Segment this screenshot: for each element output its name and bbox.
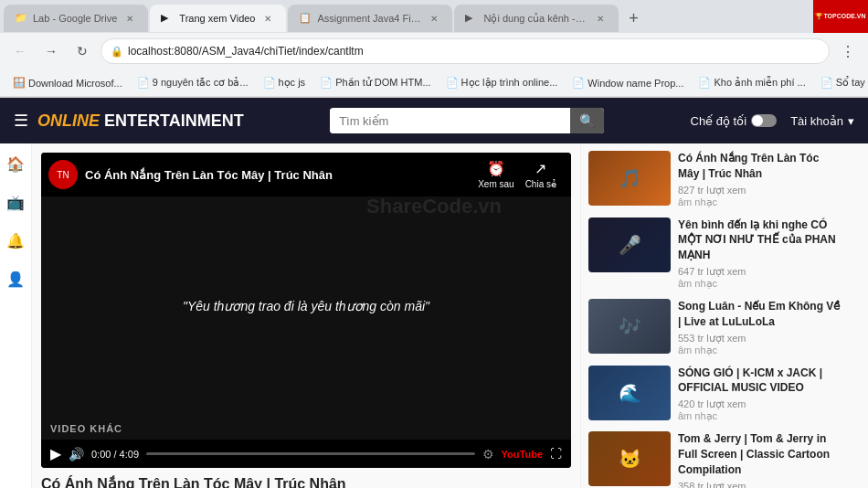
related-video-3[interactable]: 🌊 SÓNG GIÓ | K-ICM x JACK | OFFICIAL MUS…	[588, 366, 842, 423]
header-right: Chế độ tối Tài khoản ▾	[691, 114, 854, 128]
fullscreen-button[interactable]: ⛶	[550, 447, 562, 461]
related-meta-3: 420 tr lượt xem âm nhạc	[678, 398, 842, 422]
toggle-switch[interactable]	[751, 114, 777, 127]
video-controls: ▶ 🔊 0:00 / 4:09 ⚙ YouTube ⛶	[41, 440, 571, 468]
related-info-4: Tom & Jerry | Tom & Jerry in Full Screen…	[678, 431, 842, 488]
main-content: 🏠 📺 🔔 👤 TN Có Ánh Nắng Trên Làn Tóc Mây …	[0, 143, 868, 488]
browser-chrome: 📁 Lab - Google Drive ✕ ▶ Trang xem Video…	[0, 0, 868, 98]
bookmark-4-label: Học lập trình online...	[461, 77, 558, 89]
new-tab-button[interactable]: +	[620, 5, 646, 31]
bookmark-1-label: 9 nguyên tắc cơ bả...	[153, 77, 249, 89]
bookmark-3[interactable]: 📄 Phần tử DOM HTM...	[314, 75, 436, 90]
url-text: localhost:8080/ASM_Java4/chiTiet/index/c…	[128, 45, 820, 58]
related-info-2: Song Luân - Nếu Em Không Về | Live at Lu…	[678, 299, 842, 356]
tab-2[interactable]: 📋 Assignment Java4 Final FPOLY IT... ✕	[288, 5, 452, 32]
related-info-1: Yên bình đến lạ khi nghe CÓ MỘT NƠI NHƯ …	[678, 217, 842, 290]
progress-bar[interactable]	[146, 452, 475, 455]
related-thumb-0: 🎵	[588, 151, 671, 206]
related-meta-0: 827 tr lượt xem âm nhạc	[678, 185, 842, 208]
bookmark-7-label: Sổ tay Lập trình DO...	[836, 77, 868, 89]
related-thumb-3: 🌊	[588, 366, 671, 420]
related-thumb-4: 🐱	[588, 431, 671, 486]
related-meta-2: 553 tr lượt xem âm nhạc	[678, 333, 842, 356]
youtube-logo: YouTube	[502, 449, 543, 460]
related-category-1: âm nhạc	[678, 278, 717, 289]
hamburger-icon[interactable]: ☰	[14, 111, 28, 131]
account-chevron-icon: ▾	[848, 114, 854, 128]
extensions-button[interactable]: ⋮	[835, 38, 861, 64]
bookmark-0[interactable]: 🪟 Download Microsof...	[7, 75, 128, 90]
tab-3-favicon: ▶	[465, 12, 478, 25]
tab-0-close[interactable]: ✕	[122, 11, 137, 26]
related-category-3: âm nhạc	[678, 410, 717, 421]
tab-bar: 📁 Lab - Google Drive ✕ ▶ Trang xem Video…	[0, 0, 868, 33]
time-display: 0:00 / 4:09	[91, 449, 139, 460]
sidebar-icon-home[interactable]: 🏠	[5, 153, 26, 175]
bookmark-1[interactable]: 📄 9 nguyên tắc cơ bả...	[132, 75, 254, 90]
related-category-2: âm nhạc	[678, 345, 717, 355]
tab-0[interactable]: 📁 Lab - Google Drive ✕	[4, 5, 148, 32]
account-button[interactable]: Tài khoản ▾	[790, 114, 854, 128]
search-box: 🔍	[330, 108, 604, 133]
bookmark-6-favicon: 📄	[698, 77, 711, 89]
share-icon: ↗	[535, 160, 546, 177]
bookmark-3-label: Phần tử DOM HTM...	[335, 77, 430, 89]
related-video-0[interactable]: 🎵 Có Ánh Nắng Trên Làn Tóc Mây | Trúc Nh…	[588, 151, 842, 208]
related-video-2[interactable]: 🎶 Song Luân - Nếu Em Không Về | Live at …	[588, 299, 842, 356]
forward-button[interactable]: →	[38, 38, 64, 64]
play-button[interactable]: ▶	[50, 445, 61, 462]
video-quote: "Yêu thương trao đi là yêu thương còn mã…	[183, 299, 429, 313]
logo-online: ONLINE	[37, 111, 100, 130]
video-avatar: TN	[48, 160, 78, 189]
total-duration: 4:09	[120, 449, 139, 460]
tab-3-close[interactable]: ✕	[593, 11, 608, 26]
related-title-4: Tom & Jerry | Tom & Jerry in Full Screen…	[678, 431, 842, 477]
related-video-1[interactable]: 🎤 Yên bình đến lạ khi nghe CÓ MỘT NƠI NH…	[588, 217, 842, 290]
tab-2-label: Assignment Java4 Final FPOLY IT...	[317, 13, 421, 24]
current-time: 0:00	[91, 449, 111, 460]
related-views-3: 420 tr lượt xem	[678, 398, 842, 410]
bookmark-2-favicon: 📄	[263, 77, 276, 89]
volume-button[interactable]: 🔊	[69, 447, 84, 461]
bookmark-0-favicon: 🪟	[13, 77, 26, 89]
left-sidebar: 🏠 📺 🔔 👤	[0, 143, 32, 488]
share-button[interactable]: ↗ Chia sẻ	[525, 160, 556, 189]
sidebar-icon-bell[interactable]: 🔔	[5, 229, 26, 251]
watchlater-button[interactable]: ⏰ Xem sau	[478, 160, 513, 189]
bookmark-7[interactable]: 📄 Sổ tay Lập trình DO...	[815, 75, 868, 90]
right-panel: 🎵 Có Ánh Nắng Trên Làn Tóc Mây | Trúc Nh…	[580, 143, 850, 488]
back-button[interactable]: ←	[7, 38, 33, 64]
related-category-0: âm nhạc	[678, 196, 717, 207]
tab-3[interactable]: ▶ Nội dung của kênh - YouTube S... ✕	[454, 5, 619, 32]
sidebar-icon-tv[interactable]: 📺	[5, 191, 26, 213]
tab-1-close[interactable]: ✕	[260, 11, 275, 26]
bookmark-7-favicon: 📄	[820, 77, 833, 89]
search-button[interactable]: 🔍	[570, 108, 604, 133]
bookmarks-bar: 🪟 Download Microsof... 📄 9 nguyên tắc cơ…	[0, 69, 868, 97]
bookmark-5[interactable]: 📄 Window name Prop...	[566, 75, 689, 90]
related-info-0: Có Ánh Nắng Trên Làn Tóc Mây | Trúc Nhân…	[678, 151, 842, 208]
lock-icon: 🔒	[111, 46, 123, 58]
bookmark-6[interactable]: 📄 Kho ảnh miễn phí ...	[693, 75, 810, 90]
bookmark-2[interactable]: 📄 học js	[258, 75, 312, 90]
tab-2-close[interactable]: ✕	[427, 11, 441, 26]
reload-button[interactable]: ↻	[69, 38, 95, 64]
sidebar-icon-user[interactable]: 👤	[5, 268, 26, 290]
mode-label: Chế độ tối	[691, 114, 747, 128]
search-input[interactable]	[330, 109, 570, 133]
dark-mode-switch[interactable]: Chế độ tối	[691, 114, 778, 128]
video-info-title: Có Ánh Nắng Trên Làn Tóc Mây | Trúc Nhân	[41, 475, 571, 488]
bookmark-4-favicon: 📄	[446, 77, 459, 89]
related-views-4: 358 tr lượt xem	[678, 481, 842, 488]
video-info: Có Ánh Nắng Trên Làn Tóc Mây | Trúc Nhân	[41, 468, 571, 488]
video-area: TN Có Ánh Nắng Trên Làn Tóc Mây | Trúc N…	[32, 143, 580, 488]
bookmark-4[interactable]: 📄 Học lập trình online...	[440, 75, 564, 90]
related-video-4[interactable]: 🐱 Tom & Jerry | Tom & Jerry in Full Scre…	[588, 431, 842, 488]
app-header: ☰ ONLINE ENTERTAINMENT 🔍 Chế độ tối	[0, 98, 868, 143]
video-title-bar: Có Ánh Nắng Trên Làn Tóc Mây | Trúc Nhân	[85, 168, 471, 182]
youtube-player-icon: ⚙	[482, 447, 494, 461]
tab-1[interactable]: ▶ Trang xem Video ✕	[150, 5, 286, 32]
url-bar[interactable]: 🔒 localhost:8080/ASM_Java4/chiTiet/index…	[101, 38, 830, 64]
bookmark-5-label: Window name Prop...	[587, 78, 683, 89]
video-content[interactable]: "Yêu thương trao đi là yêu thương còn mã…	[41, 196, 571, 416]
